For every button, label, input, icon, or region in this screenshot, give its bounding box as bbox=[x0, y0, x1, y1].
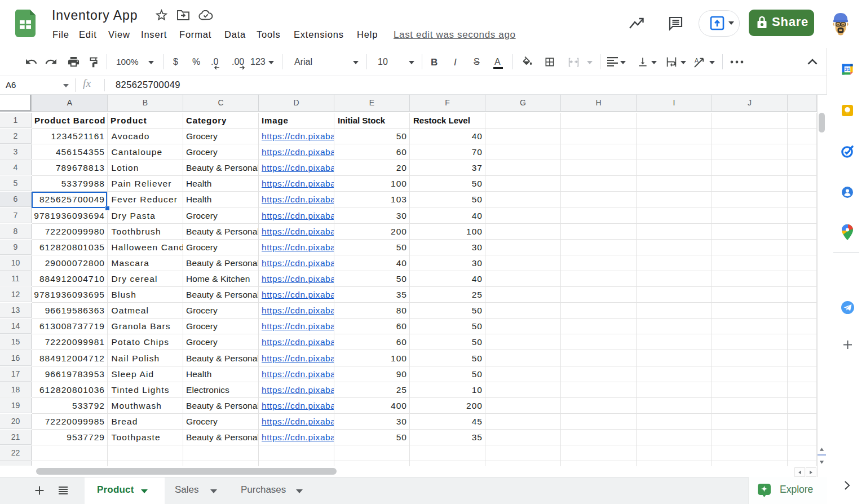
svg-text:31: 31 bbox=[845, 67, 850, 72]
